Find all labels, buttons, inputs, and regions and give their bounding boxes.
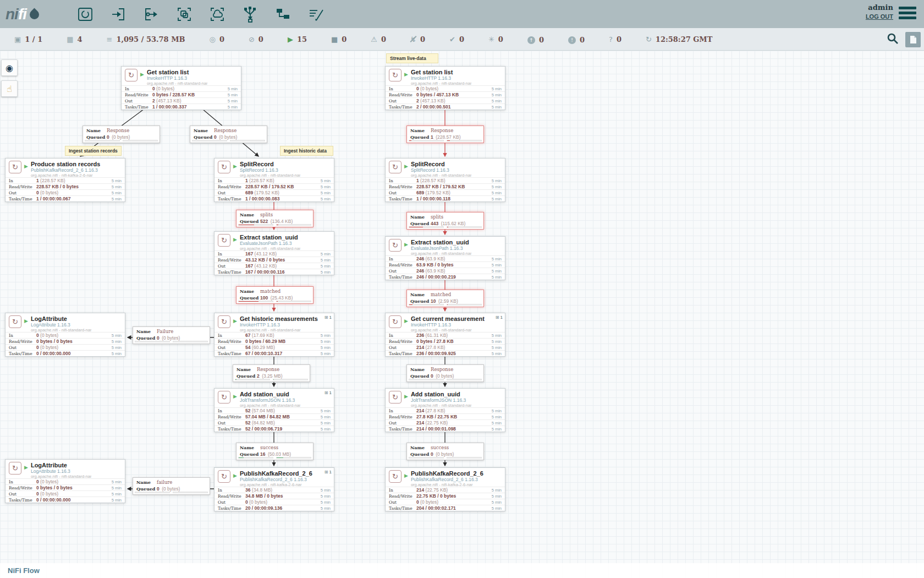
processor-bundle: org.apache.nifi - nifi-standard-nar	[411, 251, 471, 256]
connection-label[interactable]: Namesuccess Queued16 (50.03 MB)	[236, 443, 314, 460]
birdseye-panel-button[interactable]	[905, 32, 921, 47]
processor-produce-station-records[interactable]: ↻ ▶ Produce station records PublishKafka…	[5, 158, 125, 202]
processor-extract-station-uuid-live[interactable]: ↻ ▶ Extract station_uuid EvaluateJsonPat…	[385, 236, 505, 280]
navigate-palette-button[interactable]: ◉	[1, 59, 18, 76]
backpressure-size-bar	[276, 224, 311, 226]
processor-splitrecord-live[interactable]: ↻ ▶ SplitRecord SplitRecord 1.16.3 org.a…	[385, 158, 505, 202]
processor-stat-row: Tasks/Time 52 / 00:00:06.719 5 min	[215, 426, 334, 432]
not-transmitting-icon: ⊘	[249, 35, 255, 43]
stat-window: 5 min	[487, 345, 502, 350]
processor-stat-row: Out 0 (0 bytes) 5 min	[386, 499, 505, 505]
stat-value: 0 (0 bytes)	[416, 86, 487, 91]
canvas-label[interactable]: Stream live-data	[386, 53, 438, 63]
connection-label[interactable]: NameFailure Queued0 (0 bytes)	[133, 326, 210, 344]
stat-value: 0 (0 bytes)	[36, 332, 107, 338]
stat-window: 5 min	[316, 488, 331, 493]
refresh-icon[interactable]: ↻	[646, 35, 652, 43]
connection-queued-key: Queued	[240, 219, 260, 224]
queued-count: 1	[431, 134, 433, 140]
template-icon[interactable]	[274, 5, 293, 24]
run-status-icon: ▶	[404, 394, 408, 399]
processor-icon[interactable]	[76, 5, 95, 24]
stat-value: 0 bytes / 228.57 KB	[152, 92, 223, 97]
processor-stat-row: Out 214 (27.8 KB) 5 min	[386, 344, 505, 350]
processor-log-attribute-1[interactable]: ↻ ▶ LogAttribute LogAttribute 1.16.3 org…	[5, 313, 125, 357]
processor-publish-kafka-historic[interactable]: ↻ ▶ PublishKafkaRecord_2_6 PublishKafkaR…	[214, 467, 334, 511]
processor-get-station-list-live[interactable]: ↻ ▶ Get station list InvokeHTTP 1.16.3 o…	[385, 66, 505, 110]
stat-window: 5 min	[107, 486, 122, 490]
stat-label: Read/Write	[389, 415, 416, 419]
connection-label[interactable]: NameResponse Queued0 (0 bytes)	[82, 126, 160, 143]
stat-label: Out	[389, 500, 416, 505]
canvas-label[interactable]: Ingest historic data	[280, 146, 333, 156]
stat-value: 22.75 KB / 0 bytes	[416, 493, 487, 499]
operate-palette-button[interactable]: ☝	[1, 80, 18, 97]
connection-label[interactable]: Namesplits Queued443 (115.62 KB)	[406, 212, 484, 230]
processor-add-station-uuid-live[interactable]: ↻ ▶ Add station_uuid JoltTransformJSON 1…	[385, 388, 505, 432]
processor-splitrecord-historic[interactable]: ↻ ▶ SplitRecord SplitRecord 1.16.3 org.a…	[214, 158, 334, 202]
processor-stat-row: In 214 (27.8 KB) 5 min	[386, 407, 505, 413]
processor-add-station-uuid-historic[interactable]: ↻ ▶ Add station_uuid JoltTransformJSON 1…	[214, 388, 334, 432]
output-port-icon[interactable]	[142, 5, 161, 24]
processor-name: Get current measurement	[411, 315, 485, 322]
stat-label: Out	[389, 190, 416, 195]
stat-window: 5 min	[107, 479, 122, 484]
stat-value: 0 bytes / 0 bytes	[36, 485, 107, 490]
stat-window: 5 min	[487, 351, 502, 356]
processor-type-icon: ↻	[218, 161, 230, 173]
stat-window: 5 min	[487, 197, 502, 201]
processor-get-historic-measurements[interactable]: ↻ ▶ Get historic measurements InvokeHTTP…	[214, 313, 334, 357]
input-port-icon[interactable]	[109, 5, 128, 24]
queued-size: (0 bytes)	[162, 335, 180, 341]
processor-publish-kafka-live[interactable]: ↻ ▶ PublishKafkaRecord_2_6 PublishKafkaR…	[385, 467, 505, 511]
global-menu-button[interactable]	[899, 7, 916, 21]
processor-type-icon: ↻	[389, 470, 402, 483]
locally-modified-stale-status: !0	[568, 36, 585, 44]
connection-label[interactable]: NameResponse Queued0 (0 bytes)	[406, 364, 484, 382]
processor-get-station-list-historic[interactable]: ↻ ▶ Get station list InvokeHTTP 1.16.3 o…	[121, 66, 241, 110]
funnel-icon[interactable]	[241, 5, 260, 24]
processor-stat-row: Tasks/Time 0 / 00:00:00.000 5 min	[6, 497, 125, 503]
status-counts: ▣1 / 1▦4≡1,095 / 53.78 MB◎0⊘0▶15■0⚠0↯0✔0…	[14, 34, 646, 45]
invalid-status: ⚠0	[371, 35, 386, 43]
stat-window: 5 min	[316, 506, 331, 511]
search-button[interactable]	[884, 31, 901, 48]
stat-value: 246 (63.9 KB)	[416, 268, 487, 274]
run-status-icon: ▶	[404, 72, 408, 77]
threads-icon: ⊞	[324, 315, 328, 320]
processor-log-attribute-2[interactable]: ↻ ▶ LogAttribute LogAttribute 1.16.3 org…	[5, 459, 125, 503]
processor-type: LogAttribute 1.16.3	[31, 468, 91, 474]
run-status-icon: ▶	[404, 163, 408, 169]
label-icon[interactable]	[307, 5, 326, 24]
breadcrumb-root[interactable]: NiFi Flow	[8, 566, 40, 575]
connection-label[interactable]: Namefailure Queued0 (0 bytes)	[133, 477, 210, 495]
stat-value: 228.57 KB / 0 bytes	[36, 184, 107, 189]
backpressure-count-bar	[409, 457, 444, 459]
stat-label: Out	[125, 99, 152, 103]
stat-window: 5 min	[487, 494, 502, 499]
processor-stat-row: Tasks/Time 236 / 00:00:09.925 5 min	[386, 350, 505, 356]
flow-canvas[interactable]: ◉ ☝ NiFi Flow ↻ ▶ Get station list Invok…	[0, 51, 924, 578]
connection-label[interactable]: NameResponse Queued1 (228.57 KB)	[406, 126, 484, 143]
stat-window: 5 min	[107, 492, 122, 497]
logout-link[interactable]: LOG OUT	[866, 13, 893, 20]
status-count-value: 0	[617, 35, 622, 43]
connection-label[interactable]: Namesuccess Queued0 (0 bytes)	[406, 443, 484, 460]
connection-label[interactable]: Namematched Queued10 (2.59 KB)	[406, 290, 484, 307]
connection-label[interactable]: Namematched Queued100 (25.43 KB)	[236, 286, 314, 304]
status-count-value: 4	[77, 35, 82, 43]
connection-label[interactable]: Namesplits Queued522 (136.4 KB)	[236, 210, 314, 227]
processor-stat-row: Out 689 (179.52 KB) 5 min	[386, 189, 505, 195]
connection-label[interactable]: NameResponse Queued0 (0 bytes)	[190, 126, 267, 143]
processor-extract-station-uuid-historic[interactable]: ↻ ▶ Extract station_uuid EvaluateJsonPat…	[214, 231, 334, 275]
stat-label: In	[218, 488, 245, 493]
connection-label[interactable]: NameResponse Queued2 (3.25 MB)	[233, 364, 310, 382]
stat-value: 0 (0 bytes)	[416, 499, 487, 505]
processor-stat-row: Tasks/Time 67 / 00:00:10.317 5 min	[215, 350, 334, 356]
processor-get-current-measurement[interactable]: ↻ ▶ Get current measurement InvokeHTTP 1…	[385, 313, 505, 357]
stat-value: 1 / 00:00:00.067	[36, 196, 107, 201]
remote-process-group-icon[interactable]	[208, 5, 227, 24]
status-count-value: 0	[498, 35, 503, 43]
canvas-label[interactable]: Ingest station records	[65, 146, 122, 156]
process-group-icon[interactable]	[175, 5, 194, 24]
